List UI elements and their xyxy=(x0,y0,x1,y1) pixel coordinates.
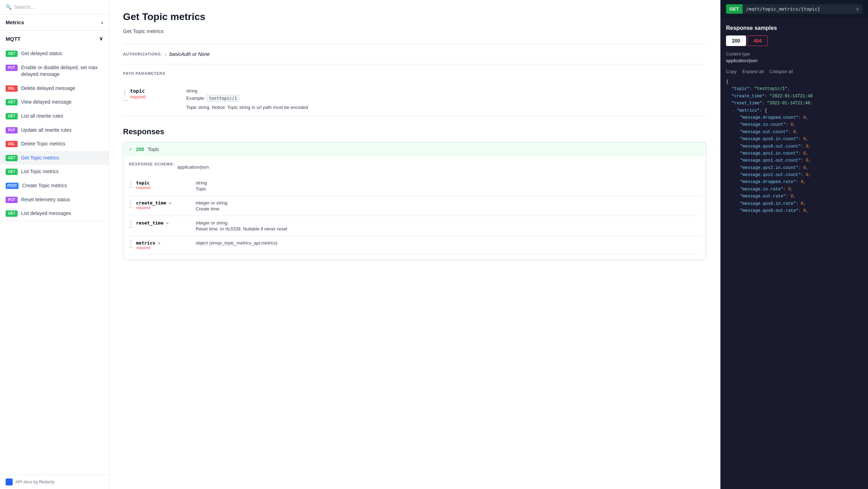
json-indent-line: "message.dropped.rate": 0, xyxy=(726,178,862,185)
schema-name-col-reset_time: reset_time > xyxy=(136,220,196,226)
endpoint-dropdown-icon[interactable]: ∨ xyxy=(856,6,859,12)
method-badge-del-delayed-message: DEL xyxy=(6,85,18,92)
sidebar-section-header-mqtt[interactable]: MQTT ∨ xyxy=(0,31,109,47)
param-desc-topic: Topic string. Notice: Topic string in ur… xyxy=(186,105,706,110)
sidebar-section-mqtt: MQTT ∨ GETGet delayed statusPUTEnable or… xyxy=(0,31,109,221)
schema-indent-reset_time xyxy=(129,220,136,228)
schema-required-topic: required xyxy=(136,185,192,190)
json-kv-line: "reset_time": "2022-01-14T21:48: xyxy=(726,100,862,107)
schema-name-col-metrics: metrics > required xyxy=(136,240,196,250)
method-badge-view-delayed-message: GET xyxy=(6,99,18,105)
sidebar-section-header-metrics[interactable]: Metrics › xyxy=(0,14,109,30)
schema-detail-metrics: object (emqx_topic_metrics_api.metrics) xyxy=(196,240,278,246)
path-params-label: PATH PARAMETERS xyxy=(123,71,706,76)
schema-required-create_time: required xyxy=(136,206,192,210)
sidebar-item-label-update-rewrite-rules: Update all rewrite rules xyxy=(21,127,103,134)
schema-param-name-reset_time: reset_time > xyxy=(136,220,192,226)
tab-404[interactable]: 404 xyxy=(747,35,767,46)
search-icon: 🔍 xyxy=(6,4,12,10)
sidebar-section-metrics: Metrics › xyxy=(0,14,109,31)
json-indent-line: "message.qos0.in.count": 0, xyxy=(726,136,862,143)
schema-content-type: application/json xyxy=(177,164,209,170)
endpoint-url: /mqtt/topic_metrics/{topic} ∨ xyxy=(743,4,862,14)
schema-param-topic: topic required string Topic xyxy=(129,176,700,196)
response-samples-title: Response samples xyxy=(720,18,868,35)
sidebar-item-delete-topic-metrics[interactable]: DELDelete Topic metrics xyxy=(0,137,109,151)
param-required-topic: required xyxy=(130,94,181,99)
schema-param-reset_time: reset_time > integer or string Reset tim… xyxy=(129,216,700,236)
sidebar-item-create-topic-metrics[interactable]: POSTCreate Topic metrics xyxy=(0,179,109,193)
sidebar-item-get-topic-metrics[interactable]: GETGet Topic metrics xyxy=(0,151,109,165)
json-display: {"topic": "testtopic/1","create_time": "… xyxy=(726,78,862,214)
method-badge-list-topic-metrics: GET xyxy=(6,169,18,175)
content-type-label: Content type xyxy=(726,52,862,57)
expand-icon-reset_time[interactable]: > xyxy=(166,221,169,226)
method-badge-delete-topic-metrics: DEL xyxy=(6,141,18,147)
method-badge-get-delayed-status: GET xyxy=(6,51,18,57)
sidebar-footer: API docs by Redocly xyxy=(0,475,109,489)
sidebar-items-list: GETGet delayed statusPUTEnable or disabl… xyxy=(0,47,109,221)
collapse-icon[interactable]: - xyxy=(732,108,737,113)
search-bar[interactable]: 🔍 Search... xyxy=(0,0,109,14)
sidebar-item-label-list-topic-metrics: List Topic metrics xyxy=(21,168,103,175)
sidebar-item-list-delayed-messages[interactable]: GETList delayed messages xyxy=(0,207,109,221)
sidebar-item-del-delayed-message[interactable]: DELDelete delayed message xyxy=(0,82,109,96)
schema-fields-list: topic required string Topic create_time … xyxy=(129,176,700,254)
sidebar-item-label-delete-topic-metrics: Delete Topic metrics xyxy=(21,141,103,148)
param-indent-topic xyxy=(123,88,130,101)
schema-indent-metrics xyxy=(129,240,136,248)
schema-indent-topic xyxy=(129,180,136,188)
json-indent-line: "message.in.count": 0, xyxy=(726,121,862,128)
json-indent-line: "message.dropped.count": 0, xyxy=(726,114,862,121)
responses-title: Responses xyxy=(123,127,706,136)
auth-chevron[interactable]: › xyxy=(165,52,167,57)
tab-200[interactable]: 200 xyxy=(726,35,746,46)
schema-label: RESPONSE SCHEMA: xyxy=(129,162,175,166)
expand-icon-create_time[interactable]: > xyxy=(169,201,171,206)
sidebar-item-label-reset-telemetry-status: Reset telemetry status xyxy=(21,196,103,203)
json-indent-line: "message.qos2.out.count": 0, xyxy=(726,171,862,178)
schema-type-metrics: object (emqx_topic_metrics_api.metrics) xyxy=(196,240,278,246)
sidebar-item-list-rewrite-rules[interactable]: GETList all rewrite rules xyxy=(0,109,109,123)
method-badge-create-topic-metrics: POST xyxy=(6,183,19,189)
right-panel: GET /mqtt/topic_metrics/{topic} ∨ Respon… xyxy=(720,0,868,489)
collapse-all-button[interactable]: Collapse all xyxy=(769,69,793,74)
response-tabs: 200 404 xyxy=(720,35,868,52)
sidebar-item-get-delayed-status[interactable]: GETGet delayed status xyxy=(0,47,109,61)
schema-detail-topic: string Topic xyxy=(196,180,207,191)
main-content: Get Topic metrics Get Topic metrics AUTH… xyxy=(109,0,720,489)
response-text-200: Topic xyxy=(148,146,159,152)
response-200-row: ✓ 200 Topic RESPONSE SCHEMA: application… xyxy=(123,142,706,260)
schema-param-create_time: create_time > required integer or string… xyxy=(129,196,700,216)
sidebar-item-label-view-delayed-message: View delayed message xyxy=(21,99,103,106)
json-indent-line: "message.qos2.in.count": 0, xyxy=(726,164,862,171)
chevron-down-icon: ∨ xyxy=(99,35,103,42)
schema-indent-create_time xyxy=(129,200,136,208)
json-indent-line: "message.qos1.out.count": 0, xyxy=(726,157,862,164)
expand-all-button[interactable]: Expand all xyxy=(742,69,764,74)
json-expand-line: - "metrics": { xyxy=(726,107,862,114)
schema-name-col-create_time: create_time > required xyxy=(136,200,196,210)
sidebar-item-reset-telemetry-status[interactable]: PUTReset telemetry status xyxy=(0,193,109,207)
sidebar-item-view-delayed-message[interactable]: GETView delayed message xyxy=(0,95,109,109)
response-code-200: 200 xyxy=(136,146,144,152)
sidebar-item-list-topic-metrics[interactable]: GETList Topic metrics xyxy=(0,165,109,179)
sidebar-item-put-delayed[interactable]: PUTEnable or disable delayed, set max de… xyxy=(0,61,109,82)
copy-button[interactable]: Copy xyxy=(726,69,737,74)
sidebar-item-label-get-topic-metrics: Get Topic metrics xyxy=(21,155,103,162)
json-indent-line: "message.in.rate": 0, xyxy=(726,186,862,193)
json-indent-line: "message.qos1.in.count": 0, xyxy=(726,150,862,157)
schema-type-reset_time: integer or string xyxy=(196,220,287,226)
page-title: Get Topic metrics xyxy=(123,11,706,22)
param-example-value-topic: testtopic/1 xyxy=(207,95,239,102)
method-badge-list-rewrite-rules: GET xyxy=(6,113,18,119)
expand-icon-metrics[interactable]: > xyxy=(158,241,161,246)
schema-desc-create_time: Create time xyxy=(196,206,227,211)
response-schema-section: RESPONSE SCHEMA: application/json topic … xyxy=(123,156,706,260)
response-200-header[interactable]: ✓ 200 Topic xyxy=(123,142,706,156)
sidebar-item-update-rewrite-rules[interactable]: PUTUpdate all rewrite rules xyxy=(0,123,109,137)
json-indent-line: "message.out.rate": 0, xyxy=(726,193,862,200)
response-chevron-icon: ✓ xyxy=(129,147,132,152)
param-row-topic: topic required string Example: testtopic… xyxy=(123,83,706,116)
schema-name-col-topic: topic required xyxy=(136,180,196,190)
